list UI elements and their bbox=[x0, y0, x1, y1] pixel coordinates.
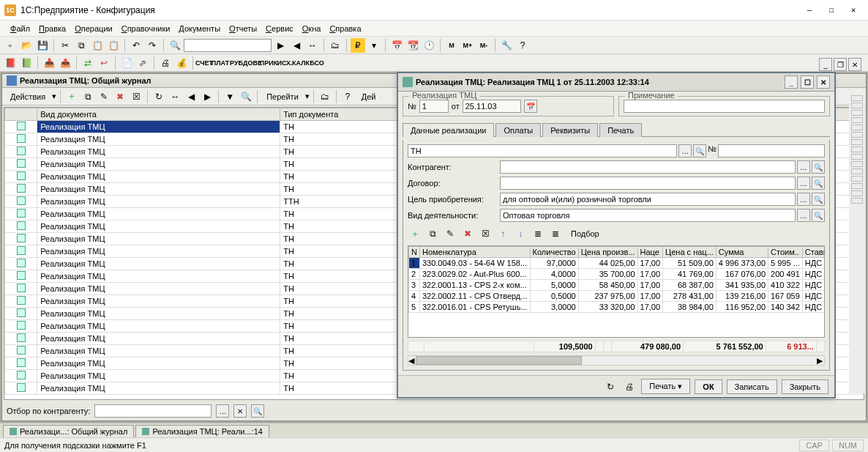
date-icon[interactable]: 📆 bbox=[405, 38, 420, 53]
menu-3[interactable]: Справочники bbox=[117, 23, 175, 34]
book1-icon[interactable]: 📕 bbox=[3, 56, 18, 70]
dcol-5[interactable]: Цена с нац... bbox=[663, 247, 717, 258]
bso-icon[interactable]: БСО bbox=[310, 56, 324, 70]
dcol-7[interactable]: Стоим.. bbox=[768, 247, 803, 258]
dropdown-icon[interactable]: ▾ bbox=[367, 38, 381, 53]
vid-input[interactable] bbox=[500, 209, 796, 222]
item-row[interactable]: 5322.0016.01 - CPS Ретушь...3,000033 320… bbox=[409, 302, 826, 313]
menu-4[interactable]: Документы bbox=[174, 23, 225, 34]
tn-input[interactable] bbox=[408, 144, 677, 158]
col-icon[interactable] bbox=[5, 108, 37, 121]
maximize-button[interactable]: ☐ bbox=[821, 3, 842, 18]
calc-icon[interactable]: ₽ bbox=[351, 38, 365, 53]
export-icon[interactable]: ⬀ bbox=[135, 56, 150, 70]
mdi-close-icon[interactable]: ✕ bbox=[848, 58, 861, 71]
kontragent-select-button[interactable]: … bbox=[797, 160, 810, 174]
save-icon[interactable]: 💾 bbox=[35, 38, 50, 53]
dcol-2[interactable]: Количество bbox=[530, 247, 578, 258]
ok-button[interactable]: ОК bbox=[695, 379, 722, 394]
deistv-menu[interactable]: Дей bbox=[356, 90, 381, 103]
add-icon[interactable]: ＋ bbox=[64, 89, 79, 104]
items-hscroll[interactable]: ◀▶ bbox=[408, 355, 825, 366]
tab-data[interactable]: Данные реализации bbox=[403, 123, 494, 137]
mdi-minimize-icon[interactable]: _ bbox=[819, 58, 832, 71]
cel-select-button[interactable]: … bbox=[797, 193, 810, 206]
dcol-6[interactable]: Сумма bbox=[716, 247, 768, 258]
cel-find-button[interactable]: 🔍 bbox=[812, 193, 825, 206]
menu-1[interactable]: Правка bbox=[34, 23, 70, 34]
tree-icon[interactable]: 🗂 bbox=[328, 38, 343, 53]
goto-menu[interactable]: Перейти bbox=[261, 90, 304, 103]
dogovor-input[interactable] bbox=[500, 177, 796, 190]
delete-icon[interactable]: ✖ bbox=[113, 89, 127, 104]
calendar-icon[interactable]: 📅 bbox=[389, 38, 404, 53]
find-icon2[interactable]: 🔍 bbox=[239, 89, 253, 104]
vid-find-button[interactable]: 🔍 bbox=[812, 209, 825, 222]
menu-2[interactable]: Операции bbox=[70, 23, 116, 34]
find-next-icon[interactable]: ▶ bbox=[273, 38, 288, 53]
item-add-icon[interactable]: ＋ bbox=[408, 226, 422, 241]
search-input[interactable] bbox=[184, 39, 272, 52]
isk-icon[interactable]: ИСХ. bbox=[277, 56, 292, 70]
filter-find-button[interactable]: 🔍 bbox=[251, 404, 264, 418]
arrow-right-icon[interactable]: ▶ bbox=[200, 89, 214, 104]
doc-out-icon[interactable]: 📤 bbox=[58, 56, 72, 70]
close-button[interactable]: ✕ bbox=[843, 3, 864, 18]
kontragent-find-button[interactable]: 🔍 bbox=[812, 160, 825, 174]
dogovor-select-button[interactable]: … bbox=[797, 177, 810, 190]
tn-find-button[interactable]: 🔍 bbox=[693, 144, 706, 158]
return-icon[interactable]: ↩ bbox=[97, 56, 111, 70]
refresh-icon[interactable]: ↻ bbox=[151, 89, 166, 104]
item-row[interactable]: 3322.0001.13 - CPS 2-х ком...5,000058 45… bbox=[409, 280, 826, 291]
money-icon[interactable]: 💰 bbox=[174, 56, 189, 70]
print-icon[interactable]: 🖨 bbox=[158, 56, 173, 70]
close-doc-button[interactable]: Закрыть bbox=[782, 379, 828, 394]
filter-select-button[interactable]: … bbox=[216, 404, 229, 418]
menu-6[interactable]: Сервис bbox=[261, 23, 298, 34]
cel-input[interactable] bbox=[500, 193, 796, 206]
paste2-icon[interactable]: 📋 bbox=[106, 38, 121, 53]
find-icon[interactable]: 🔍 bbox=[168, 38, 182, 53]
doc-tab-journal[interactable]: Реализаци...: Общий журнал bbox=[3, 425, 134, 437]
page-icon[interactable]: 📄 bbox=[119, 56, 134, 70]
menu-8[interactable]: Справка bbox=[325, 23, 365, 34]
footer-print-icon[interactable]: 🖨 bbox=[622, 379, 637, 394]
item-sort2-icon[interactable]: ≣ bbox=[548, 226, 563, 241]
plat-icon[interactable]: ПЛАТ bbox=[213, 56, 228, 70]
print-button[interactable]: Печать ▾ bbox=[641, 379, 690, 394]
col-vid[interactable]: Вид документа bbox=[37, 108, 280, 121]
arrow-left-icon[interactable]: ◀ bbox=[184, 89, 198, 104]
footer-refresh-icon[interactable]: ↻ bbox=[603, 379, 618, 394]
book2-icon[interactable]: 📗 bbox=[19, 56, 34, 70]
doc-tab-detail[interactable]: Реализация ТМЦ: Реали...:14 bbox=[135, 425, 269, 437]
item-row[interactable]: 4322.0002.11 - CPS Отверд...0,5000237 97… bbox=[409, 291, 826, 302]
tree2-icon[interactable]: 🗂 bbox=[318, 89, 332, 104]
dcol-3[interactable]: Цена произв... bbox=[578, 247, 637, 258]
kalk-icon[interactable]: КАЛК bbox=[293, 56, 308, 70]
tn-select-button[interactable]: … bbox=[678, 144, 692, 158]
menu-5[interactable]: Отчеты bbox=[225, 23, 261, 34]
tools-icon[interactable]: 🔧 bbox=[499, 38, 514, 53]
detail-minimize-button[interactable]: _ bbox=[785, 75, 798, 89]
filter-input[interactable] bbox=[94, 404, 212, 418]
save-button[interactable]: Записать bbox=[727, 379, 777, 394]
item-up-icon[interactable]: ↑ bbox=[495, 226, 510, 241]
cut-icon[interactable]: ✂ bbox=[58, 38, 72, 53]
schet-icon[interactable]: СЧЕТ bbox=[197, 56, 212, 70]
minimize-button[interactable]: — bbox=[799, 3, 820, 18]
period-icon[interactable]: ↔ bbox=[168, 89, 182, 104]
dcol-1[interactable]: Номенклатура bbox=[419, 247, 530, 258]
date-input[interactable] bbox=[463, 100, 521, 113]
m-button[interactable]: M bbox=[444, 38, 459, 53]
tab-print[interactable]: Печать bbox=[599, 123, 642, 137]
copy-icon[interactable]: ⧉ bbox=[74, 38, 89, 53]
item-sort-icon[interactable]: ≣ bbox=[531, 226, 545, 241]
transfer-icon[interactable]: ⇄ bbox=[81, 56, 95, 70]
filter-icon[interactable]: ▼ bbox=[222, 89, 237, 104]
num-input[interactable] bbox=[419, 100, 449, 113]
item-del-icon[interactable]: ✖ bbox=[460, 226, 475, 241]
prik-icon[interactable]: ПРИК bbox=[261, 56, 276, 70]
item-row[interactable]: 2323.0029.02 - Aut-Plus 600...4,000035 7… bbox=[409, 269, 826, 280]
tn-num-input[interactable] bbox=[718, 144, 825, 158]
paste-icon[interactable]: 📋 bbox=[90, 38, 105, 53]
